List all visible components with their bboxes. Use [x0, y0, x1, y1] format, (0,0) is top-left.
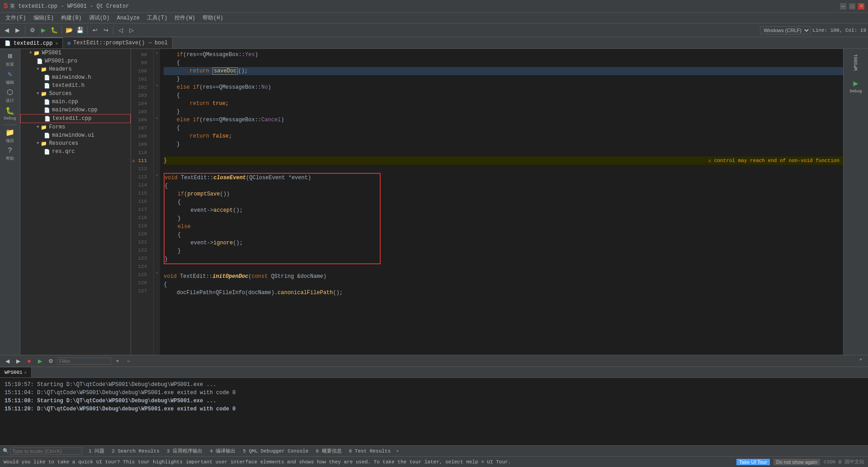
output-line-4: 15:11:08: Starting D:\QT\qtCode\WPS001\D… — [5, 397, 863, 405]
code-line-102: else if(res==QMessageBox::No) — [164, 83, 843, 91]
bottom-tb-remove[interactable]: − — [124, 357, 133, 366]
menu-file[interactable]: 文件(F) — [2, 13, 30, 23]
tree-wps001-root[interactable]: ▼ 📁 WPS001 — [20, 49, 131, 57]
tree-resources-folder[interactable]: ▼ 📁 Resources — [20, 139, 131, 148]
maximize-button[interactable]: □ — [849, 3, 855, 10]
editor-area: 98 99 100 101 102 103 104 105 106 107 10… — [131, 49, 843, 355]
tb-save-button[interactable]: 💾 — [75, 25, 85, 35]
sidebar-project[interactable]: 📁 项目 — [1, 127, 19, 144]
code-line-122: } — [165, 247, 380, 255]
ln-112: 112 — [131, 165, 150, 173]
tb-build-button[interactable]: ⚙ — [28, 25, 38, 35]
take-tour-button[interactable]: Take UI Tour — [736, 459, 770, 465]
ln-100: 100 — [131, 67, 150, 75]
bottom-tb-run[interactable]: ▶ — [35, 357, 44, 366]
output-line-2: 15:11:04: D:\QT\qtCode\WPS001\Debug\debu… — [5, 389, 863, 397]
bottom-tb-back[interactable]: ◀ — [3, 357, 12, 366]
menu-help[interactable]: 帮助(H) — [199, 13, 227, 23]
tb-undo-button[interactable]: ↩ — [90, 25, 100, 35]
tab-textedit-cpp-icon: 📄 — [5, 40, 11, 46]
collapse-bottom-icon[interactable]: ⌃ — [856, 357, 865, 366]
code-line-106: else if(res==QMessageBox::Cancel) — [164, 116, 843, 124]
bottom-nav-compile[interactable]: 4 编译输出 — [206, 448, 239, 454]
menu-analyze[interactable]: Analyze — [113, 14, 143, 22]
edit-label: 编辑 — [6, 80, 14, 86]
sidebar-welcome[interactable]: ⊞ 欢迎 — [1, 51, 19, 68]
tree-headers-label: Headers — [49, 66, 71, 72]
bottom-tab-wps001[interactable]: WPS001 ✕ — [0, 367, 32, 377]
bottom-nav-more[interactable]: ▾ — [394, 448, 401, 454]
menu-debug[interactable]: 调试(D) — [85, 13, 113, 23]
code-line-113: void TextEdit::closeEvent(QCloseEvent *e… — [165, 174, 380, 182]
title-bar-left: S 英 textedit.cpp - WPS001 - Qt Creator — [4, 2, 131, 10]
project-icon: 📁 — [5, 128, 14, 137]
minimize-button[interactable]: ─ — [840, 3, 846, 10]
code-container[interactable]: 98 99 100 101 102 103 104 105 106 107 10… — [131, 49, 843, 355]
bottom-tb-forward[interactable]: ▶ — [14, 357, 23, 366]
bottom-tb-add[interactable]: + — [113, 357, 122, 366]
bottom-nav-issues[interactable]: 1 问题 — [85, 448, 108, 454]
sidebar-debug[interactable]: 🐛 Debug — [1, 105, 19, 122]
edit-icon: ✎ — [8, 70, 12, 79]
code-line-103: { — [164, 91, 843, 100]
tree-sources-folder[interactable]: ▼ 📁 Sources — [20, 90, 131, 98]
bottom-nav-appoutput[interactable]: 3 应用程序输出 — [163, 448, 206, 454]
tb-run-button[interactable]: ▶ — [38, 25, 48, 35]
tab-textedit-cpp-close[interactable]: ✕ — [55, 41, 58, 46]
bottom-nav-summary[interactable]: 6 概要信息 — [312, 448, 345, 454]
status-bar-right: Take UI Tour Do not show again CSDN @ 国中… — [736, 458, 864, 465]
tree-textedit-cpp-label: textedit.cpp — [52, 115, 91, 122]
bottom-tb-stop[interactable]: ■ — [24, 357, 33, 366]
tb-debug-button[interactable]: 🐛 — [49, 25, 59, 35]
tb-open-button[interactable]: 📂 — [64, 25, 74, 35]
sidebar-edit[interactable]: ✎ 编辑 — [1, 69, 19, 86]
no-show-button[interactable]: Do not show again — [774, 459, 820, 465]
sidebar-design[interactable]: ⬡ 设计 — [1, 87, 19, 104]
ln-103: 103 — [131, 91, 150, 100]
tb-nav-next[interactable]: ▷ — [127, 25, 137, 35]
welcome-icon: ⊞ — [8, 52, 12, 61]
tree-res-qrc[interactable]: 📄 res.qrc — [20, 148, 131, 156]
left-sidebar: ⊞ 欢迎 ✎ 编辑 ⬡ 设计 🐛 Debug 📁 项目 ? 帮助 — [0, 49, 20, 355]
tree-main-cpp[interactable]: 📄 main.cpp — [20, 98, 131, 106]
bottom-nav-tests[interactable]: 8 Test Results — [345, 448, 394, 454]
debug-run-label: Debug — [849, 89, 862, 94]
code-editor[interactable]: if(res==QMessageBox::Yes) { return saveD… — [160, 49, 843, 355]
tab-promptsave[interactable]: ⊞ TextEdit::promptSave() → bool — [63, 38, 172, 48]
sidebar-help[interactable]: ? 帮助 — [1, 145, 19, 162]
bottom-tab-wps001-close[interactable]: ✕ — [24, 370, 27, 375]
locate-input[interactable] — [10, 448, 82, 455]
tree-textedit-h[interactable]: 📄 textedit.h — [20, 81, 131, 90]
tab-textedit-cpp[interactable]: 📄 textedit.cpp ✕ — [0, 38, 63, 48]
bottom-nav-search[interactable]: 2 Search Results — [108, 448, 163, 454]
menu-control[interactable]: 控件(W) — [171, 13, 199, 23]
ln-124: 124 — [131, 262, 150, 271]
code-line-107: { — [164, 124, 843, 132]
tb-back-button[interactable]: ◀ — [2, 25, 12, 35]
bottom-nav-qml[interactable]: 5 QML Debugger Console — [239, 448, 312, 454]
tree-wps001-pro[interactable]: 📄 WPS001.pro — [20, 57, 131, 65]
title-bar: S 英 textedit.cpp - WPS001 - Qt Creator ─… — [0, 0, 868, 13]
bottom-area: ◀ ▶ ■ ▶ ⚙ + − ⌃ WPS001 ✕ 15:10:57: Start… — [0, 355, 868, 445]
bottom-tb-settings[interactable]: ⚙ — [46, 357, 55, 366]
tb-nav-prev[interactable]: ◁ — [116, 25, 126, 35]
close-button[interactable]: ✕ — [858, 3, 864, 10]
toolbar-right: Windows (CRLF) Line: 100, Col: 19 — [760, 26, 866, 34]
tree-textedit-cpp[interactable]: 📄 textedit.cpp — [20, 114, 131, 123]
tree-forms-folder[interactable]: ▼ 📁 Forms — [20, 123, 131, 131]
bottom-filter-input[interactable] — [57, 357, 111, 365]
tree-mainwindow-h[interactable]: 📄 mainwindow.h — [20, 73, 131, 81]
ln-106: 106 — [131, 116, 150, 124]
right-debug-icon[interactable]: ▶ Debug — [846, 76, 866, 96]
tree-mainwindow-ui[interactable]: 📄 mainwindow.ui — [20, 131, 131, 139]
code-line-117: event->accept(); — [165, 206, 380, 214]
line-ending-select[interactable]: Windows (CRLF) — [760, 26, 811, 34]
menu-tools[interactable]: 工具(T) — [143, 13, 171, 23]
tree-mainwindow-cpp[interactable]: 📄 mainwindow.cpp — [20, 106, 131, 114]
tree-headers-folder[interactable]: ▼ 📁 Headers — [20, 65, 131, 73]
menu-build[interactable]: 构建(B) — [57, 13, 85, 23]
tb-forward-button[interactable]: ▶ — [13, 25, 23, 35]
project-label: 项目 — [6, 138, 14, 144]
menu-edit[interactable]: 编辑(E) — [30, 13, 58, 23]
tb-redo-button[interactable]: ↪ — [101, 25, 111, 35]
